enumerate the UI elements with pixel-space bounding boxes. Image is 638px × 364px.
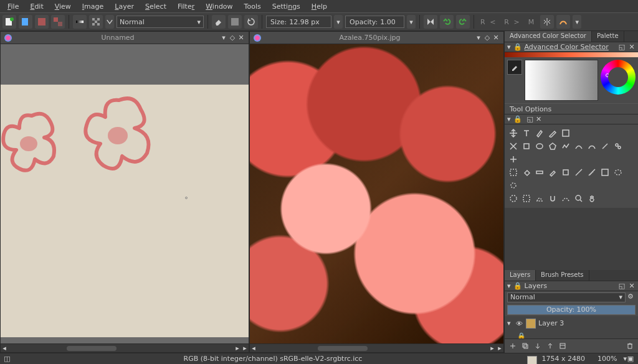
document-titlebar-azalea[interactable]: Azalea.750pix.jpg ▾ ◇ ✕ bbox=[250, 32, 503, 44]
minimize-button[interactable]: ◇ bbox=[483, 34, 491, 42]
fullscreen-icon[interactable]: ▣ bbox=[627, 355, 634, 363]
menu-select[interactable]: Select bbox=[140, 1, 171, 12]
outline-select-icon[interactable] bbox=[533, 192, 545, 204]
move-up-button[interactable] bbox=[545, 340, 556, 352]
float-panel-icon[interactable]: ◱ bbox=[618, 44, 626, 51]
pattern-button[interactable] bbox=[89, 15, 103, 29]
contiguous-select-icon[interactable] bbox=[507, 192, 519, 204]
delete-layer-button[interactable] bbox=[624, 340, 636, 352]
menu-filter[interactable]: Filter bbox=[173, 1, 199, 12]
menu-window[interactable]: Window bbox=[201, 1, 237, 12]
layer-tree[interactable]: ▾ 👁 Layer 3 🔒 👁 Layer 6 👁 bbox=[505, 316, 638, 339]
blend-mode-select[interactable]: Normal ▾ bbox=[117, 16, 204, 28]
bezier-select-icon[interactable] bbox=[559, 192, 571, 204]
move-tool-icon[interactable] bbox=[507, 127, 519, 139]
assistant-tool-icon[interactable] bbox=[573, 166, 584, 178]
brush-size-slider[interactable]: Size: 12.98 px bbox=[266, 16, 331, 28]
size-dropdown-icon[interactable]: ▾ bbox=[334, 15, 343, 29]
text-tool-icon[interactable] bbox=[520, 127, 532, 139]
save-as-button[interactable] bbox=[51, 15, 65, 29]
blend-menu-icon[interactable]: ⚙ bbox=[626, 292, 636, 302]
opacity-dropdown-icon[interactable]: ▾ bbox=[407, 15, 416, 29]
close-panel-icon[interactable]: ✕ bbox=[628, 282, 636, 289]
gradient-button[interactable] bbox=[73, 15, 87, 29]
visibility-icon[interactable]: 👁 bbox=[516, 320, 523, 327]
alpha-lock-button[interactable] bbox=[228, 15, 242, 29]
add-layer-button[interactable] bbox=[507, 340, 518, 352]
dropdown-icon[interactable] bbox=[105, 15, 114, 29]
menu-settings[interactable]: Settings bbox=[267, 1, 305, 12]
multibrush-tool-icon[interactable] bbox=[612, 140, 624, 152]
edit-shape-tool-icon[interactable] bbox=[546, 127, 558, 139]
lock-icon[interactable]: 🔒 bbox=[517, 332, 525, 339]
duplicate-layer-button[interactable] bbox=[520, 340, 531, 352]
dyna-tool-icon[interactable] bbox=[599, 140, 611, 152]
close-panel-icon[interactable]: ✕ bbox=[628, 44, 636, 51]
mirror-view-button[interactable] bbox=[540, 15, 554, 29]
mirror-label[interactable]: M bbox=[526, 18, 538, 26]
pan-tool-icon[interactable] bbox=[586, 192, 598, 204]
open-file-button[interactable] bbox=[19, 15, 32, 29]
zoom-label[interactable]: 100% bbox=[591, 355, 623, 363]
reference-tool-icon[interactable] bbox=[599, 166, 611, 178]
float-button[interactable]: ▾ bbox=[475, 34, 482, 42]
hue-ring[interactable] bbox=[601, 60, 636, 95]
layer-item-layer3[interactable]: ▾ 👁 Layer 3 bbox=[506, 317, 637, 330]
save-button[interactable] bbox=[35, 15, 49, 29]
move-down-button[interactable] bbox=[532, 340, 543, 352]
bezier-tool-icon[interactable] bbox=[573, 140, 584, 152]
ellipse-tool-icon[interactable] bbox=[533, 140, 545, 152]
lock-icon[interactable]: 🔒 bbox=[513, 282, 522, 290]
polyline-tool-icon[interactable] bbox=[559, 140, 571, 152]
tab-brush-presets[interactable]: Brush Presets bbox=[536, 270, 589, 281]
tool-options-header[interactable]: Tool Options bbox=[505, 103, 638, 114]
opacity-slider[interactable]: Opacity: 1.00 bbox=[345, 16, 404, 28]
float-panel-icon[interactable]: ◱ bbox=[618, 282, 626, 289]
reload-brush-button[interactable] bbox=[244, 15, 258, 29]
menu-view[interactable]: View bbox=[50, 1, 76, 12]
eraser-mode-button[interactable] bbox=[212, 15, 226, 29]
deform-tool-icon[interactable] bbox=[507, 153, 519, 165]
expand-icon[interactable]: ▾ bbox=[507, 319, 513, 327]
layer-opacity-slider[interactable]: Opacity: 100% bbox=[507, 305, 636, 315]
menu-layer[interactable]: Layer bbox=[110, 1, 139, 12]
rotate-right-label[interactable]: R > bbox=[502, 18, 523, 26]
canvas-unnamed[interactable] bbox=[1, 44, 249, 343]
tab-layers[interactable]: Layers bbox=[505, 270, 536, 281]
gradient-tool-icon[interactable] bbox=[533, 166, 545, 178]
tab-advanced-color[interactable]: Advanced Color Selector bbox=[505, 31, 592, 42]
magnetic-select-icon[interactable] bbox=[546, 192, 558, 204]
lock-icon[interactable]: 🔒 bbox=[513, 43, 522, 51]
measure-tool-icon[interactable] bbox=[586, 166, 598, 178]
collapse-icon[interactable]: ▾ bbox=[507, 282, 511, 290]
minimize-button[interactable]: ◇ bbox=[229, 34, 236, 42]
transform-tool-icon[interactable] bbox=[507, 140, 519, 152]
similar-select-icon[interactable] bbox=[507, 179, 519, 191]
close-button[interactable]: ✕ bbox=[492, 34, 500, 42]
hflip-button[interactable] bbox=[424, 15, 437, 29]
new-file-button[interactable] bbox=[2, 15, 16, 29]
collapse-icon[interactable]: ▾ bbox=[507, 43, 511, 51]
freehand-tool-icon[interactable] bbox=[586, 140, 598, 152]
layer-blend-select[interactable]: Normal▾ bbox=[507, 292, 626, 302]
hscroll-right[interactable]: ◂▸▸ bbox=[250, 343, 503, 352]
color-sampler-icon[interactable] bbox=[546, 166, 558, 178]
hue-handle[interactable] bbox=[606, 73, 609, 77]
zoom-tool-icon[interactable] bbox=[573, 192, 584, 204]
undo-button[interactable] bbox=[440, 15, 454, 29]
hscroll-left[interactable]: ◂▸▸ bbox=[1, 343, 249, 352]
close-button[interactable]: ✕ bbox=[237, 34, 245, 42]
collapse-icon[interactable]: ▾ bbox=[507, 115, 511, 123]
tab-palette[interactable]: Palette bbox=[592, 31, 624, 42]
crop-tool-icon[interactable] bbox=[520, 140, 532, 152]
workspace-dropdown-icon[interactable]: ▾ bbox=[573, 15, 581, 29]
smart-patch-icon[interactable] bbox=[559, 166, 571, 178]
float-panel-icon[interactable]: ◱ bbox=[527, 115, 533, 123]
color-field[interactable] bbox=[525, 60, 598, 101]
menu-edit[interactable]: Edit bbox=[25, 1, 48, 12]
rotate-left-label[interactable]: R < bbox=[478, 18, 499, 26]
fill-tool-icon[interactable] bbox=[520, 166, 532, 178]
selection-info-icon[interactable]: ◫ bbox=[4, 355, 10, 363]
calligraphy-tool-icon[interactable] bbox=[533, 127, 545, 139]
menu-help[interactable]: Help bbox=[307, 1, 332, 12]
